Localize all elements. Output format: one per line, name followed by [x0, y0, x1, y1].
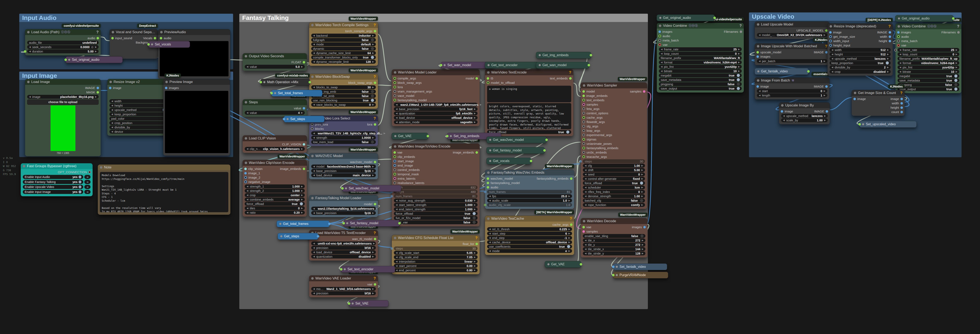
- decrement-arrow-icon[interactable]: ◀: [29, 46, 31, 48]
- widget-save_output[interactable]: save_outputtrue: [897, 87, 959, 91]
- node-purge-vram[interactable]: PurgeVRAMNode: [613, 272, 668, 278]
- input-port-dot-icon[interactable]: [582, 134, 585, 136]
- node-get-fantasy-model[interactable]: Get_fantasy_model: [487, 147, 545, 154]
- output-port-dot-icon[interactable]: [374, 82, 376, 84]
- input-port-vace_model[interactable]: vace_model: [393, 94, 414, 97]
- output-port-Filenames[interactable]: Filenames: [942, 30, 960, 34]
- toggle-dot[interactable]: [640, 199, 643, 202]
- decrement-arrow-icon[interactable]: ◀: [783, 115, 784, 117]
- node-header[interactable]: Image From Batch⚒: [755, 78, 829, 83]
- input-port-dot-icon[interactable]: [582, 107, 585, 110]
- output-port-dot-icon[interactable]: [740, 30, 742, 33]
- input-port-image_embeds[interactable]: image_embeds: [582, 94, 608, 97]
- increment-arrow-icon[interactable]: ▶: [474, 203, 476, 206]
- toggle-dot[interactable]: [371, 90, 374, 93]
- collapse-dot-icon[interactable]: [659, 17, 661, 19]
- decrement-arrow-icon[interactable]: ◀: [247, 66, 248, 68]
- output-port-dot-icon[interactable]: [374, 203, 376, 205]
- increment-arrow-icon[interactable]: ▶: [95, 50, 97, 53]
- input-port-dot-icon[interactable]: [440, 64, 442, 66]
- toggle-dot[interactable]: [371, 56, 374, 59]
- increment-arrow-icon[interactable]: ▶: [301, 112, 303, 114]
- input-port-dot-icon[interactable]: [829, 31, 832, 34]
- node-header[interactable]: Video CombineⓋⒽⓈ?: [657, 23, 744, 29]
- output-port-dot-icon[interactable]: [426, 135, 429, 137]
- decrement-arrow-icon[interactable]: ◀: [247, 112, 248, 114]
- toggle-dot[interactable]: [566, 131, 570, 134]
- help-icon[interactable]: ?: [374, 75, 376, 79]
- collapse-dot-icon[interactable]: [897, 25, 900, 27]
- output-port-dot-icon[interactable]: [713, 17, 716, 19]
- widget-loop_count[interactable]: ◀loop_count0▶: [659, 52, 742, 56]
- node-get-vae-1[interactable]: Get_VAE: [391, 133, 428, 139]
- node-load-clip-vision[interactable]: Load CLIP VisionCLIP_VISION◀clip_namecli…: [242, 135, 307, 153]
- input-port-images[interactable]: images: [165, 86, 179, 89]
- help-icon[interactable]: ?: [475, 236, 477, 240]
- goto-group-arrow-icon[interactable]: ➜: [84, 175, 91, 179]
- input-port-dot-icon[interactable]: [756, 55, 759, 58]
- increment-arrow-icon[interactable]: ▶: [738, 66, 740, 68]
- decrement-arrow-icon[interactable]: ◀: [832, 48, 833, 51]
- input-port-dot-icon[interactable]: [147, 43, 150, 46]
- widget-load_device[interactable]: ◀load_deviceoffload_device▶: [311, 250, 376, 254]
- input-port-images[interactable]: images: [756, 55, 770, 58]
- widget-seek_seconds[interactable]: ◀seek_seconds0.0000⊘▶: [27, 45, 99, 49]
- input-port-dot-icon[interactable]: [582, 103, 585, 106]
- input-port-text_embeds[interactable]: text_embeds: [582, 98, 605, 102]
- collapse-dot-icon[interactable]: [616, 274, 618, 276]
- node-set-text-encoder[interactable]: Set_text_encoder: [341, 266, 395, 273]
- widget-low_mem_load[interactable]: low_mem_loadfalse: [311, 140, 376, 144]
- output-port-audio[interactable]: audio: [88, 36, 99, 40]
- widget-divisible_by[interactable]: ◀divisible_by2▶: [830, 66, 891, 69]
- widget-port-dot-icon[interactable]: [484, 204, 486, 206]
- toggle-dot[interactable]: [954, 88, 958, 91]
- input-port-audio[interactable]: audio: [897, 35, 909, 38]
- increment-arrow-icon[interactable]: ▶: [372, 52, 374, 54]
- input-port-dot-icon[interactable]: [340, 268, 342, 270]
- decrement-arrow-icon[interactable]: ◀: [313, 246, 315, 249]
- bypass-row-Enable Fantasy Talking[interactable]: Enable Fantasy Talkingyes➜: [23, 180, 91, 184]
- input-port-unianimate_poses[interactable]: unianimate_poses: [582, 142, 612, 145]
- widget-port-dot-icon[interactable]: [484, 191, 486, 193]
- widget-audio_scale[interactable]: ◀audio_scale1.0▶: [487, 198, 572, 203]
- group-header[interactable]: Fantasy Talking: [239, 14, 648, 22]
- input-port-dot-icon[interactable]: [64, 59, 67, 61]
- node-model-loader[interactable]: WanVideoWrapperWanVideo Model Loadercomp…: [391, 69, 480, 126]
- decrement-arrow-icon[interactable]: ◀: [396, 112, 398, 115]
- output-port-dot-icon[interactable]: [374, 283, 376, 286]
- decrement-arrow-icon[interactable]: ◀: [313, 292, 315, 295]
- output-port-dot-icon[interactable]: [97, 37, 99, 39]
- input-port-wav2vec_model[interactable]: wav2vec_model: [487, 177, 513, 180]
- widget-scale_by[interactable]: ◀scale_by1.00▶: [781, 118, 828, 122]
- widget-mo ...[interactable]: ◀mo ...wan2.1\fantasytalking_fp16.safete…: [311, 207, 376, 211]
- widget-megabit[interactable]: megabittrue: [897, 74, 959, 78]
- widget-riflex_freq_index[interactable]: ◀riflex_freq_index0▶: [583, 190, 645, 194]
- input-port-dot-icon[interactable]: [393, 94, 396, 97]
- input-port-dot-icon[interactable]: [858, 123, 861, 126]
- widget-per_batch[interactable]: ◀per_batch1▶: [757, 59, 827, 63]
- input-port-fantasytalking_model[interactable]: fantasytalking_model: [487, 181, 520, 185]
- collapse-dot-icon[interactable]: [345, 187, 347, 189]
- widget-port-dot-icon[interactable]: [579, 160, 582, 163]
- widget-num_frames[interactable]: num_frames81: [394, 194, 477, 198]
- increment-arrow-icon[interactable]: ▶: [372, 246, 374, 249]
- node-note[interactable]: NoteModels Download https://huggingface.…: [98, 164, 231, 215]
- input-port-teacache_args[interactable]: teacache_args: [582, 155, 607, 158]
- widget-end_step[interactable]: ◀end_step-1▶: [487, 236, 572, 240]
- collapse-dot-icon[interactable]: [781, 104, 784, 107]
- input-port-images[interactable]: images: [897, 30, 911, 34]
- widget-backend[interactable]: ◀backendinductor▶: [311, 34, 376, 38]
- widget-strength_1[interactable]: ◀strength_11.000▶: [245, 184, 305, 189]
- node-header[interactable]: WanVideo Torch Compile Settings?: [309, 22, 378, 28]
- text-area[interactable]: a woman is singing: [487, 86, 571, 102]
- output-port-vae[interactable]: vae: [368, 283, 376, 286]
- decrement-arrow-icon[interactable]: ◀: [396, 103, 398, 106]
- decrement-arrow-icon[interactable]: ◀: [111, 113, 113, 115]
- comfyui-node-canvas[interactable]: Input AudioInput ImageFantasy TalkingUps…: [0, 0, 980, 334]
- increment-arrow-icon[interactable]: ▶: [887, 53, 889, 56]
- node-get-img-embeds[interactable]: Get_img_embeds: [536, 52, 591, 59]
- increment-arrow-icon[interactable]: ▶: [474, 256, 476, 259]
- increment-arrow-icon[interactable]: ▶: [824, 60, 826, 62]
- widget-enable_vae_tiling[interactable]: enable_vae_tilingfalse: [583, 234, 645, 238]
- collapse-dot-icon[interactable]: [352, 302, 354, 305]
